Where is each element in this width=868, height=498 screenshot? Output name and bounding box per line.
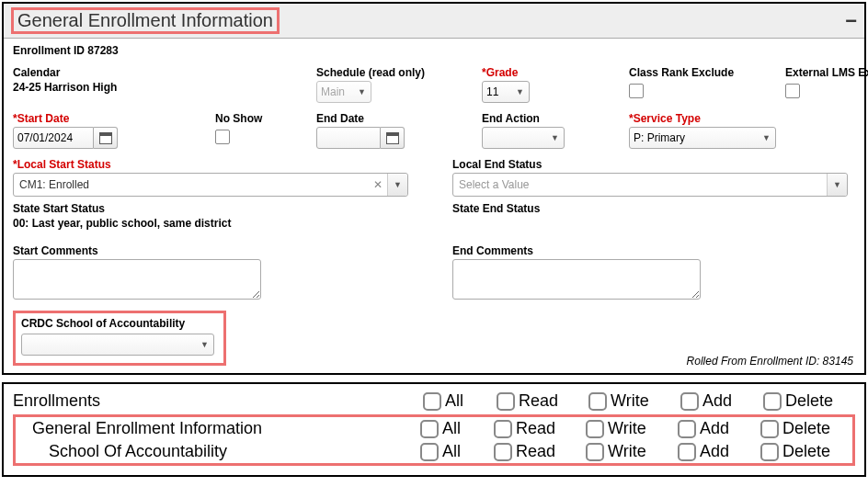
schedule-select: Main [316,81,371,103]
checkbox-add[interactable] [680,392,699,411]
checkbox-add[interactable] [678,420,696,438]
checkbox-add[interactable] [678,443,696,461]
service-type-field: *Service Type P: Primary [629,112,868,149]
perm-row-general-enrollment: General Enrollment Information All Read … [16,417,852,440]
crdc-block: CRDC School of Accountability [13,311,226,366]
collapse-icon[interactable]: − [845,15,857,28]
state-start-status-field: State Start Status 00: Last year, public… [13,202,416,230]
schedule-label: Schedule (read only) [316,66,473,79]
end-date-picker-button[interactable] [381,127,405,149]
perm-highlight: General Enrollment Information All Read … [13,414,855,466]
local-start-status-label: *Local Start Status [13,158,416,171]
no-show-label: No Show [215,112,307,125]
local-end-status-placeholder: Select a Value [453,178,827,191]
calendar-value: 24-25 Harrison High [13,81,307,94]
service-type-label: *Service Type [629,112,868,125]
state-end-status-label: State End Status [452,202,855,215]
local-end-status-field: Local End Status Select a Value ▼ [452,158,855,197]
checkbox-write[interactable] [586,443,604,461]
end-date-field: End Date [316,112,473,149]
calendar-icon [386,132,399,144]
comments-row: Start Comments End Comments [13,244,855,300]
title-highlight: General Enrollment Information [11,7,280,34]
start-date-picker-button[interactable] [94,127,118,149]
enrollment-id: Enrollment ID 87283 [13,44,855,57]
panel-title: General Enrollment Information [17,10,273,30]
local-end-status-label: Local End Status [452,158,855,171]
lms-exclude-label: External LMS Exclude [785,66,868,79]
form-row-1: Calendar 24-25 Harrison High Schedule (r… [13,66,855,103]
start-comments-textarea[interactable] [13,259,261,300]
local-status-row: *Local Start Status CM1: Enrolled ✕ ▼ Lo… [13,158,855,197]
local-start-status-value: CM1: Enrolled [14,178,369,191]
crdc-label: CRDC School of Accountability [21,317,214,330]
panel-body: Enrollment ID 87283 Calendar 24-25 Harri… [4,39,864,373]
checkbox-all[interactable] [420,420,439,438]
start-comments-label: Start Comments [13,244,416,257]
start-date-input[interactable] [13,127,94,149]
service-type-select[interactable]: P: Primary [629,127,776,149]
end-comments-label: End Comments [452,244,855,257]
state-start-status-label: State Start Status [13,202,416,215]
no-show-checkbox[interactable] [215,130,230,144]
form-row-2: *Start Date No Show End Date [13,112,855,149]
no-show-field: No Show [215,112,307,144]
clear-icon[interactable]: ✕ [369,178,387,191]
checkbox-read[interactable] [497,392,515,411]
state-end-status-field: State End Status [452,202,855,230]
lms-exclude-field: External LMS Exclude [785,66,868,98]
checkbox-delete[interactable] [763,392,782,411]
checkbox-write[interactable] [586,420,604,438]
state-status-row: State Start Status 00: Last year, public… [13,202,855,230]
state-start-status-value: 00: Last year, public school, same distr… [13,217,416,230]
start-date-label: *Start Date [13,112,206,125]
perm-label-school: School Of Accountability [16,442,420,461]
chevron-down-icon[interactable]: ▼ [827,174,847,196]
checkbox-read[interactable] [494,443,512,461]
enrollment-panel: General Enrollment Information − Enrollm… [2,2,866,375]
perm-label-enrollments: Enrollments [13,391,423,411]
grade-field: *Grade 11 [482,66,620,103]
checkbox-all[interactable] [420,443,439,461]
panel-header: General Enrollment Information − [4,4,864,39]
perm-row-enrollments: Enrollments All Read Write Add Delete [13,390,855,413]
grade-label: *Grade [482,66,620,79]
end-date-label: End Date [316,112,473,125]
end-action-select[interactable] [482,127,565,149]
permissions-panel: Enrollments All Read Write Add Delete Ge… [2,382,866,477]
class-rank-exclude-label: Class Rank Exclude [629,66,776,79]
calendar-label: Calendar [13,66,307,79]
end-date-input[interactable] [316,127,381,149]
end-comments-field: End Comments [452,244,855,300]
start-comments-field: Start Comments [13,244,416,300]
calendar-icon [99,132,112,144]
checkbox-all[interactable] [423,392,441,411]
start-date-field: *Start Date [13,112,206,149]
calendar-field: Calendar 24-25 Harrison High [13,66,307,94]
schedule-field: Schedule (read only) Main [316,66,473,103]
checkbox-write[interactable] [588,392,607,411]
checkbox-read[interactable] [494,420,512,438]
chevron-down-icon[interactable]: ▼ [387,174,407,196]
perm-label-general: General Enrollment Information [16,419,420,438]
rolled-from-text: Rolled From Enrollment ID: 83145 [687,355,853,368]
class-rank-exclude-field: Class Rank Exclude [629,66,776,98]
end-action-label: End Action [482,112,620,125]
local-end-status-combo[interactable]: Select a Value ▼ [452,173,848,197]
grade-select[interactable]: 11 [482,81,530,103]
checkbox-delete[interactable] [760,420,779,438]
checkbox-delete[interactable] [760,443,779,461]
local-start-status-field: *Local Start Status CM1: Enrolled ✕ ▼ [13,158,416,197]
lms-exclude-checkbox[interactable] [785,84,800,98]
end-comments-textarea[interactable] [452,259,701,300]
class-rank-exclude-checkbox[interactable] [629,84,644,98]
end-action-field: End Action [482,112,620,149]
local-start-status-combo[interactable]: CM1: Enrolled ✕ ▼ [13,173,408,197]
crdc-select[interactable] [21,334,214,356]
perm-row-school-accountability: School Of Accountability All Read Write … [16,440,852,463]
